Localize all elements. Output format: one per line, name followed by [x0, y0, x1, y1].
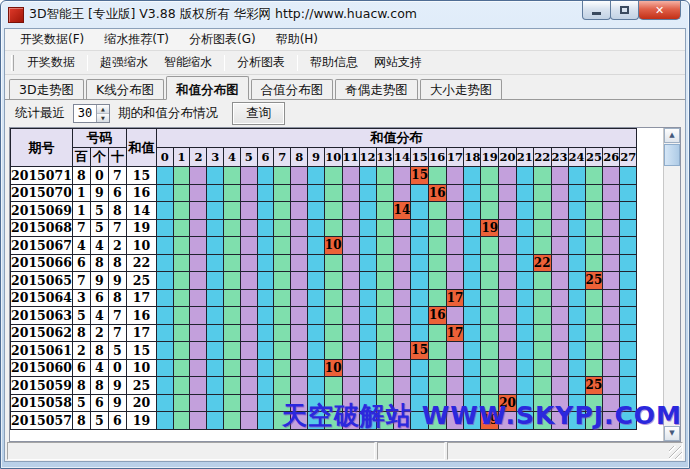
dist-cell — [429, 324, 447, 342]
digit-bai-cell: 5 — [72, 307, 90, 325]
dist-cell — [568, 377, 585, 395]
dist-cell — [568, 237, 585, 255]
dist-cell — [620, 307, 637, 325]
dist-cell — [224, 324, 241, 342]
dist-cell — [620, 202, 637, 220]
dist-cell — [429, 289, 447, 307]
col-header-6: 6 — [257, 148, 274, 167]
menu-item[interactable]: 缩水推荐(T) — [97, 29, 176, 50]
digit-ge-cell: 6 — [90, 289, 108, 307]
dist-cell — [308, 377, 325, 395]
toolbar-button[interactable]: 超强缩水 — [92, 52, 156, 73]
dist-cell — [551, 254, 568, 272]
tab-奇偶走势图[interactable]: 奇偶走势图 — [335, 79, 418, 99]
dist-cell — [207, 272, 224, 290]
tab-和值分布图[interactable]: 和值分布图 — [166, 76, 249, 100]
dist-cell — [342, 184, 359, 202]
dist-cell — [516, 289, 533, 307]
dist-cell — [446, 272, 464, 290]
col-header-20: 20 — [499, 148, 517, 167]
period-count-stepper[interactable]: 30 ▲ ▼ — [73, 104, 110, 123]
dist-cell — [446, 377, 464, 395]
dist-cell — [603, 342, 620, 360]
dist-cell — [481, 359, 499, 377]
sum-cell: 22 — [126, 254, 156, 272]
dist-cell — [620, 184, 637, 202]
dist-cell — [274, 307, 291, 325]
dist-cell — [499, 167, 517, 185]
dist-cell — [207, 202, 224, 220]
period-count-value[interactable]: 30 — [74, 105, 96, 122]
dist-cell — [376, 289, 393, 307]
query-button[interactable]: 查询 — [232, 102, 285, 125]
dist-cell — [308, 237, 325, 255]
digit-ge-cell: 4 — [90, 237, 108, 255]
dist-cell — [291, 324, 308, 342]
dist-cell — [274, 202, 291, 220]
maximize-button[interactable] — [610, 1, 639, 20]
dist-cell — [274, 254, 291, 272]
dist-cell — [342, 359, 359, 377]
period-cell: 2015069 — [11, 202, 73, 220]
dist-cell — [568, 184, 585, 202]
dist-cell — [324, 184, 342, 202]
stepper-up-icon[interactable]: ▲ — [97, 105, 109, 114]
vertical-scrollbar[interactable]: ▲ ▼ — [663, 128, 680, 441]
dist-cell — [620, 377, 637, 395]
close-button[interactable]: ✕ — [638, 1, 681, 20]
col-header-0: 0 — [156, 148, 173, 167]
scroll-up-icon[interactable]: ▲ — [664, 128, 680, 143]
dist-cell — [324, 289, 342, 307]
tab-K线分布图[interactable]: K线分布图 — [86, 79, 164, 99]
dist-cell — [359, 324, 376, 342]
dist-cell — [411, 237, 429, 255]
scrollbar-thumb[interactable] — [664, 144, 680, 166]
dist-cell — [359, 342, 376, 360]
toolbar-button[interactable]: 帮助信息 — [302, 52, 366, 73]
menu-item[interactable]: 帮助(H) — [269, 29, 325, 50]
toolbar-button[interactable]: 智能缩水 — [156, 52, 220, 73]
period-cell: 2015065 — [11, 272, 73, 290]
dist-cell — [429, 202, 447, 220]
minimize-button[interactable] — [582, 1, 611, 20]
table-row: 20150635471616 — [11, 307, 637, 325]
resize-grip-icon[interactable] — [669, 446, 682, 459]
dist-cell — [291, 219, 308, 237]
dist-cell — [516, 307, 533, 325]
dist-cell — [224, 377, 241, 395]
menu-item[interactable]: 开奖数据(F) — [13, 29, 91, 50]
dist-cell — [291, 359, 308, 377]
col-header-2: 2 — [190, 148, 207, 167]
digit-ge-cell: 9 — [90, 184, 108, 202]
dist-cell — [533, 289, 551, 307]
app-icon — [8, 7, 24, 23]
stat-recent-label: 统计最近 — [15, 105, 65, 122]
distribution-table-view: 期号号码和值和值分布百个十012345678910111213141516171… — [9, 127, 681, 442]
dist-cell — [603, 377, 620, 395]
toolbar-button[interactable]: 开奖数据 — [19, 52, 83, 73]
digit-bai-cell: 8 — [72, 324, 90, 342]
dist-cell — [359, 202, 376, 220]
dist-cell — [190, 272, 207, 290]
tab-大小走势图[interactable]: 大小走势图 — [420, 79, 503, 99]
dist-cell — [376, 184, 393, 202]
dist-cell — [464, 219, 481, 237]
dist-cell — [446, 254, 464, 272]
dist-cell — [257, 307, 274, 325]
dist-cell — [585, 324, 603, 342]
dist-cell — [464, 184, 481, 202]
stepper-down-icon[interactable]: ▼ — [97, 114, 109, 122]
menu-item[interactable]: 分析图表(G) — [182, 29, 263, 50]
dist-cell — [324, 272, 342, 290]
distribution-suffix-label: 期的和值分布情况 — [118, 105, 218, 122]
dist-cell — [464, 237, 481, 255]
col-header-14: 14 — [393, 148, 411, 167]
dist-cell — [499, 377, 517, 395]
tab-3D走势图[interactable]: 3D走势图 — [9, 79, 84, 99]
dist-cell — [603, 167, 620, 185]
dist-cell — [499, 272, 517, 290]
toolbar-button[interactable]: 网站支持 — [366, 52, 430, 73]
toolbar-button[interactable]: 分析图表 — [229, 52, 293, 73]
tab-合值分布图[interactable]: 合值分布图 — [251, 79, 334, 99]
dist-cell — [224, 219, 241, 237]
